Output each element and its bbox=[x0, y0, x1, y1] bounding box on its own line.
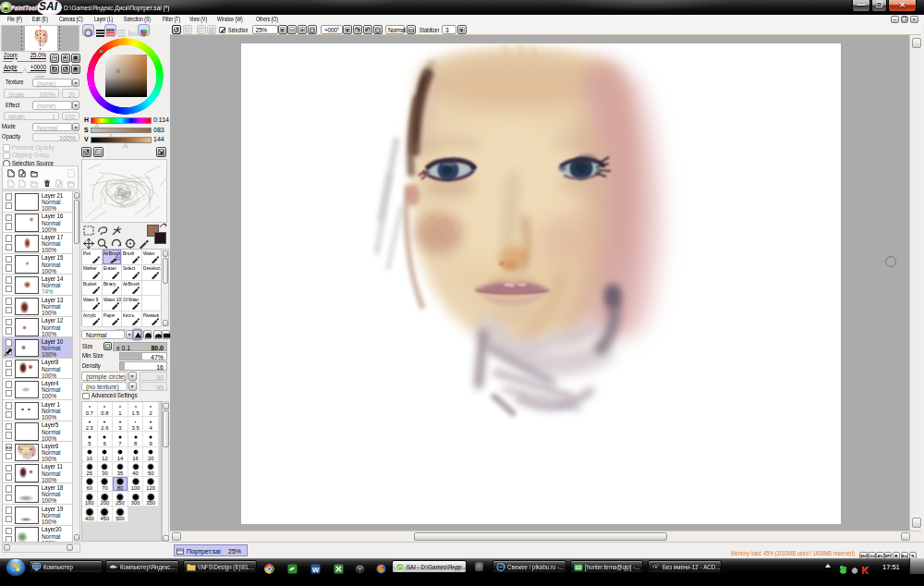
svg-text:EO: EO bbox=[576, 565, 582, 569]
svg-text:W: W bbox=[312, 566, 320, 574]
